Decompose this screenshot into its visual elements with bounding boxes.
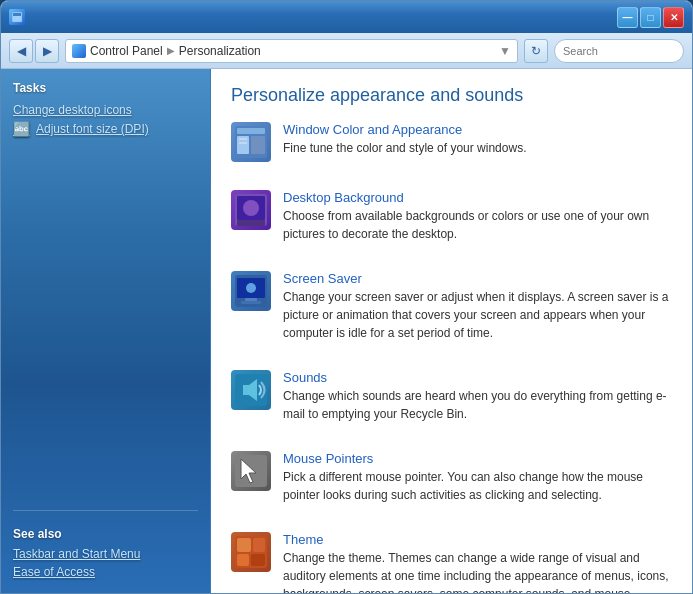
- screen-saver-icon: [231, 271, 271, 311]
- list-item: Mouse Pointers Pick a different mouse po…: [231, 451, 672, 518]
- screen-saver-text: Screen Saver Change your screen saver or…: [283, 271, 672, 342]
- main-layout: Tasks Change desktop icons 🔤 Adjust font…: [1, 69, 692, 593]
- adjust-font-size-label: Adjust font size (DPI): [36, 122, 149, 136]
- screen-saver-link[interactable]: Screen Saver: [283, 271, 672, 286]
- search-box[interactable]: 🔍: [554, 39, 684, 63]
- maximize-button[interactable]: □: [640, 7, 661, 28]
- svg-rect-22: [237, 538, 251, 552]
- svg-rect-6: [239, 138, 247, 140]
- adjust-font-size-icon: 🔤: [13, 121, 30, 137]
- theme-icon: [231, 532, 271, 572]
- svg-rect-24: [237, 554, 249, 566]
- desktop-bg-icon: [231, 190, 271, 230]
- change-desktop-icons-label: Change desktop icons: [13, 103, 132, 117]
- sidebar-tasks-section: Tasks Change desktop icons 🔤 Adjust font…: [1, 81, 210, 155]
- sidebar-divider: [13, 510, 198, 511]
- sidebar-item-adjust-font-size[interactable]: 🔤 Adjust font size (DPI): [13, 119, 198, 139]
- desktop-bg-text: Desktop Background Choose from available…: [283, 190, 672, 243]
- svg-rect-23: [253, 538, 265, 552]
- ease-of-access-label: Ease of Access: [13, 565, 95, 579]
- list-item: Window Color and Appearance Fine tune th…: [231, 122, 672, 176]
- mouse-pointers-desc: Pick a different mouse pointer. You can …: [283, 468, 672, 504]
- svg-point-10: [243, 200, 259, 216]
- page-title: Personalize appearance and sounds: [231, 85, 672, 106]
- svg-rect-7: [239, 142, 247, 144]
- theme-desc: Change the theme. Themes can change a wi…: [283, 549, 672, 593]
- sidebar-tasks-label: Tasks: [13, 81, 198, 95]
- theme-link[interactable]: Theme: [283, 532, 672, 547]
- svg-rect-16: [241, 301, 261, 304]
- title-bar-controls: — □ ✕: [617, 7, 684, 28]
- title-bar: — □ ✕: [1, 1, 692, 33]
- list-item: Theme Change the theme. Themes can chang…: [231, 532, 672, 593]
- close-button[interactable]: ✕: [663, 7, 684, 28]
- sounds-desc: Change which sounds are heard when you d…: [283, 387, 672, 423]
- sidebar-item-ease-of-access[interactable]: Ease of Access: [13, 563, 198, 581]
- svg-rect-3: [237, 128, 265, 134]
- window-color-link[interactable]: Window Color and Appearance: [283, 122, 526, 137]
- theme-text: Theme Change the theme. Themes can chang…: [283, 532, 672, 593]
- sounds-text: Sounds Change which sounds are heard whe…: [283, 370, 672, 423]
- svg-rect-1: [13, 13, 21, 16]
- desktop-bg-link[interactable]: Desktop Background: [283, 190, 672, 205]
- back-button[interactable]: ◀: [9, 39, 33, 63]
- svg-rect-15: [245, 298, 257, 301]
- desktop-bg-desc: Choose from available backgrounds or col…: [283, 207, 672, 243]
- svg-rect-5: [251, 136, 265, 154]
- main-window: — □ ✕ ◀ ▶ Control Panel ▶ Personalizatio…: [0, 0, 693, 594]
- svg-rect-11: [237, 220, 265, 226]
- title-bar-left: [9, 9, 25, 25]
- sidebar-item-taskbar[interactable]: Taskbar and Start Menu: [13, 545, 198, 563]
- list-item: Sounds Change which sounds are heard whe…: [231, 370, 672, 437]
- sidebar-item-change-desktop-icons[interactable]: Change desktop icons: [13, 101, 198, 119]
- search-input[interactable]: [563, 45, 693, 57]
- mouse-pointers-text: Mouse Pointers Pick a different mouse po…: [283, 451, 672, 504]
- path-separator-1: ▶: [167, 45, 175, 56]
- window-color-icon: [231, 122, 271, 162]
- content-area: Personalize appearance and sounds Window…: [211, 69, 692, 593]
- screen-saver-desc: Change your screen saver or adjust when …: [283, 288, 672, 342]
- path-root: Control Panel: [90, 44, 163, 58]
- address-bar: ◀ ▶ Control Panel ▶ Personalization ▼ ↻ …: [1, 33, 692, 69]
- refresh-button[interactable]: ↻: [524, 39, 548, 63]
- minimize-button[interactable]: —: [617, 7, 638, 28]
- nav-buttons: ◀ ▶: [9, 39, 59, 63]
- window-color-desc: Fine tune the color and style of your wi…: [283, 139, 526, 157]
- sidebar: Tasks Change desktop icons 🔤 Adjust font…: [1, 69, 211, 593]
- mouse-pointers-link[interactable]: Mouse Pointers: [283, 451, 672, 466]
- forward-button[interactable]: ▶: [35, 39, 59, 63]
- taskbar-label: Taskbar and Start Menu: [13, 547, 140, 561]
- svg-point-14: [246, 283, 256, 293]
- address-path[interactable]: Control Panel ▶ Personalization ▼: [65, 39, 518, 63]
- title-bar-icon: [9, 9, 25, 25]
- mouse-pointers-icon: [231, 451, 271, 491]
- sounds-icon: [231, 370, 271, 410]
- list-item: Screen Saver Change your screen saver or…: [231, 271, 672, 356]
- sounds-link[interactable]: Sounds: [283, 370, 672, 385]
- window-color-text: Window Color and Appearance Fine tune th…: [283, 122, 526, 157]
- path-dropdown-arrow[interactable]: ▼: [499, 44, 511, 58]
- sidebar-see-also-label: See also: [1, 519, 210, 545]
- svg-rect-25: [251, 554, 265, 566]
- path-icon: [72, 44, 86, 58]
- list-item: Desktop Background Choose from available…: [231, 190, 672, 257]
- path-current: Personalization: [179, 44, 261, 58]
